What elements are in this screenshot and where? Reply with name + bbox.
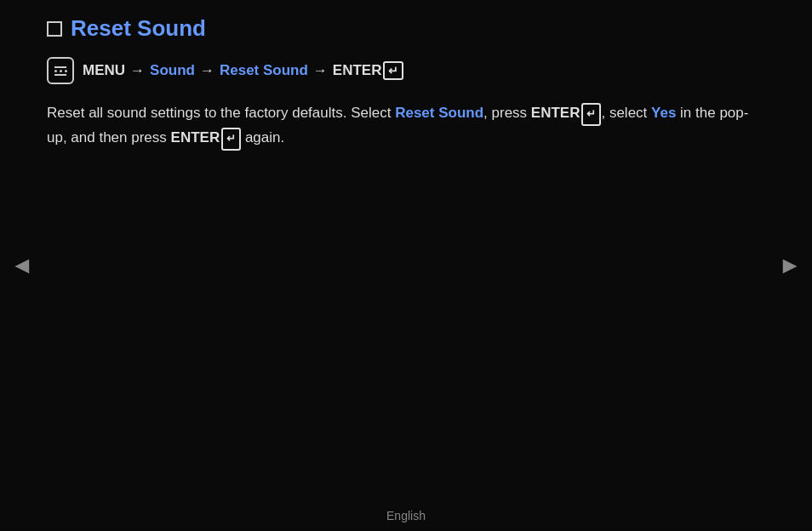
breadcrumb-arrow-1: → <box>130 62 145 79</box>
breadcrumb-arrow-2: → <box>200 62 214 79</box>
title-row: Reset Sound <box>47 15 765 42</box>
desc-part2: , press <box>483 105 531 121</box>
breadcrumb: MENU → Sound → Reset Sound → ENTER↵ <box>47 57 765 84</box>
desc-part1: Reset all sound settings to the factory … <box>47 105 395 121</box>
footer-language: English <box>0 509 812 522</box>
menu-icon <box>47 57 74 84</box>
desc-enter1: ENTER↵ <box>531 105 602 121</box>
breadcrumb-sound-label: Sound <box>150 62 195 79</box>
description: Reset all sound settings to the factory … <box>47 101 765 151</box>
page-title: Reset Sound <box>71 15 206 42</box>
nav-left-button[interactable]: ◄ <box>10 252 34 279</box>
breadcrumb-reset-sound-label: Reset Sound <box>220 62 308 79</box>
desc-part3: , select <box>601 105 651 121</box>
desc-part5: again. <box>241 129 284 146</box>
nav-right-button[interactable]: ► <box>778 252 802 279</box>
desc-reset-sound: Reset Sound <box>395 105 483 121</box>
breadcrumb-menu-label: MENU <box>83 62 125 79</box>
breadcrumb-arrow-3: → <box>313 62 328 79</box>
square-icon <box>47 21 62 37</box>
breadcrumb-enter: ENTER↵ <box>333 61 404 81</box>
desc-enter2: ENTER↵ <box>171 129 242 146</box>
main-content: Reset Sound MENU → Sound → Reset Sound →… <box>0 0 812 151</box>
desc-yes: Yes <box>651 105 676 121</box>
